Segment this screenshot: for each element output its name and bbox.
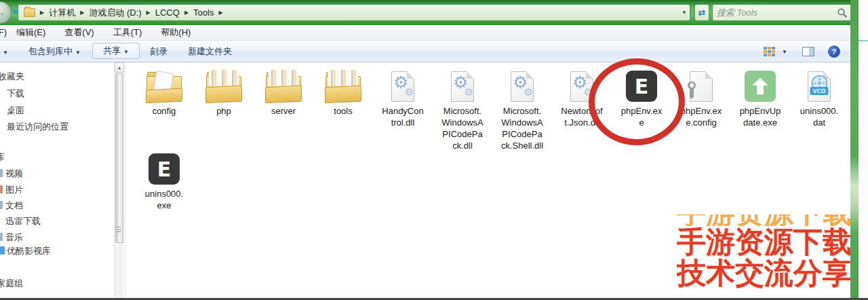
sidebar-item-documents[interactable]: 文档 [5, 200, 23, 212]
breadcrumb-drive-d[interactable]: 游戏启动 (D:) [86, 7, 144, 19]
file-phpenvupdate-exe[interactable]: phpEnvUpdate.exe [730, 68, 790, 128]
file-label: server [262, 105, 305, 117]
breadcrumb-lccq[interactable]: LCCQ [153, 7, 182, 18]
file-handycontrol-dll[interactable]: ⚙⚙ HandyControl.dll [373, 68, 433, 128]
file-label: HandyControl.dll [382, 105, 425, 128]
file-label: phpEnv.exe.config [680, 105, 723, 128]
dll-file-icon: ⚙⚙ [511, 71, 534, 102]
scrollbar-up-icon[interactable]: ▲ [115, 62, 124, 73]
breadcrumb-computer[interactable]: 计算机 [46, 7, 78, 19]
sidebar-item-desktop[interactable]: 桌面 [7, 105, 24, 117]
menu-tools[interactable]: 工具(T) [113, 26, 152, 39]
file-server-folder[interactable]: server [254, 68, 313, 117]
file-config-folder[interactable]: config [134, 68, 194, 117]
folder-icon [206, 76, 241, 102]
breadcrumb-arrow-icon: ▶ [216, 10, 224, 16]
watermark-partial-line: 手游资源下载 [677, 214, 868, 226]
breadcrumb-arrow-icon: ▶ [182, 10, 191, 16]
preview-pane-icon [802, 47, 814, 56]
change-view-button[interactable] [764, 47, 775, 57]
file-tools-folder[interactable]: tools [313, 68, 373, 117]
breadcrumb-arrow-icon: ▶ [38, 10, 46, 16]
navigation-pane: 收藏夹 下载 桌面 最近访问的位置 库 视频 图片 文档 迅雷下载 音乐 优酷影… [0, 62, 114, 299]
folder-icon [326, 76, 361, 102]
file-label: config [143, 105, 186, 117]
folder-icon [146, 76, 182, 102]
sidebar-item-thunder-downloads[interactable]: 迅雷下载 [5, 215, 41, 227]
window-right-border [850, 0, 859, 300]
uninstaller-app-icon: E [149, 153, 180, 185]
window-title-band: → ▶ 计算机 ▶ 游戏启动 (D:) ▶ LCCQ ▶ Tools ▶ ▼ ⇄… [0, 0, 868, 25]
chevron-down-icon: ▼ [123, 49, 129, 55]
sidebar-section-favorites[interactable]: 收藏夹 [0, 71, 24, 83]
sidebar-item-youku-library[interactable]: 优酷影视库 [7, 245, 51, 257]
menu-file[interactable]: 文件(F) [0, 26, 7, 39]
config-file-icon [690, 71, 713, 102]
organize-button[interactable]: 组织 ▼ [0, 45, 8, 58]
wrench-icon [687, 81, 696, 98]
new-folder-button[interactable]: 新建文件夹 [188, 45, 232, 58]
address-dropdown-icon[interactable]: ▼ [682, 10, 687, 16]
file-label: phpEnvUpdate.exe [739, 105, 782, 128]
sidebar-item-videos[interactable]: 视频 [5, 168, 23, 180]
search-input[interactable]: 搜索 Tools [717, 7, 837, 19]
views-grid-icon [764, 47, 775, 57]
sidebar-section-homegroup[interactable]: 家庭组 [0, 278, 23, 290]
menu-help[interactable]: 帮助(H) [161, 26, 200, 39]
pane-divider [125, 62, 125, 299]
watermark: 手游资源下载 手游资源下载 技术交流分享 [677, 214, 868, 288]
file-windowsapicodepack-shell-dll[interactable]: ⚙⚙ Microsoft.WindowsAPICodePack.Shell.dl… [492, 68, 552, 151]
menu-bar: 文件(F) 编辑(E) 查看(V) 工具(T) 帮助(H) [0, 25, 868, 41]
search-icon[interactable] [837, 7, 848, 18]
watermark-line-1: 手游资源下载 [677, 226, 868, 257]
command-toolbar: 组织 ▼ 包含到库中▼ 共享▼ 刻录 新建文件夹 ▼ ? [0, 41, 868, 62]
folder-icon [266, 76, 301, 102]
sidebar-item-recent-places[interactable]: 最近访问的位置 [7, 121, 68, 133]
scrollbar-thumb[interactable] [115, 73, 123, 243]
sidebar-item-music[interactable]: 音乐 [5, 231, 23, 244]
breadcrumb-arrow-icon: ▶ [78, 10, 86, 16]
documents-icon [0, 201, 3, 209]
youku-library-icon [0, 246, 5, 255]
videos-icon [0, 169, 3, 177]
gear-icon: ⚙ [465, 86, 473, 98]
refresh-button[interactable]: ⇄ [694, 4, 709, 21]
address-bar[interactable]: ▶ 计算机 ▶ 游戏启动 (D:) ▶ LCCQ ▶ Tools ▶ ▼ [18, 4, 690, 21]
preview-pane-button[interactable] [802, 47, 814, 56]
chevron-down-icon: ▼ [75, 50, 81, 56]
file-label: Microsoft.WindowsAPICodePack.dll [441, 105, 484, 151]
sidebar-item-pictures[interactable]: 图片 [5, 184, 23, 196]
file-label: unins000.dat [798, 105, 841, 128]
gear-icon: ⚙ [405, 86, 414, 98]
sidebar-scrollbar[interactable]: ▲ [114, 62, 123, 299]
burn-button[interactable]: 刻录 [150, 45, 167, 58]
sidebar-section-libraries[interactable]: 库 [0, 151, 5, 164]
breadcrumb-arrow-icon: ▶ [144, 10, 153, 16]
file-windowsapicodepack-dll[interactable]: ⚙⚙ Microsoft.WindowsAPICodePack.dll [433, 68, 492, 151]
folder-icon [24, 8, 35, 17]
dll-file-icon: ⚙⚙ [391, 71, 414, 102]
file-unins000-exe[interactable]: E unins000.exe [134, 151, 194, 211]
breadcrumb-tools[interactable]: Tools [191, 7, 216, 18]
forward-button[interactable]: → [0, 1, 12, 24]
desktop-edge-line [859, 40, 868, 41]
explorer-window: → ▶ 计算机 ▶ 游戏启动 (D:) ▶ LCCQ ▶ Tools ▶ ▼ ⇄… [0, 0, 868, 300]
menu-edit[interactable]: 编辑(E) [16, 26, 55, 39]
file-php-folder[interactable]: php [194, 68, 254, 117]
file-unins000-dat[interactable]: VCD unins000.dat [789, 68, 849, 128]
vcd-badge: VCD [810, 87, 828, 95]
file-label: Microsoft.WindowsAPICodePack.Shell.dll [501, 105, 544, 151]
file-label: tools [322, 105, 365, 117]
share-button[interactable]: 共享▼ [92, 43, 140, 59]
search-box[interactable]: 搜索 Tools [712, 4, 852, 21]
dll-file-icon: ⚙⚙ [451, 71, 474, 102]
chevron-down-icon[interactable]: ▼ [782, 49, 787, 55]
help-button[interactable]: ? [828, 45, 840, 58]
include-in-library-button[interactable]: 包含到库中▼ [28, 45, 81, 58]
file-label: php [203, 105, 245, 117]
gear-icon: ⚙ [524, 86, 533, 98]
update-app-icon [745, 71, 776, 102]
menu-view[interactable]: 查看(V) [64, 26, 103, 39]
sidebar-item-downloads[interactable]: 下载 [7, 88, 24, 100]
scrollbar-grip [117, 227, 121, 232]
